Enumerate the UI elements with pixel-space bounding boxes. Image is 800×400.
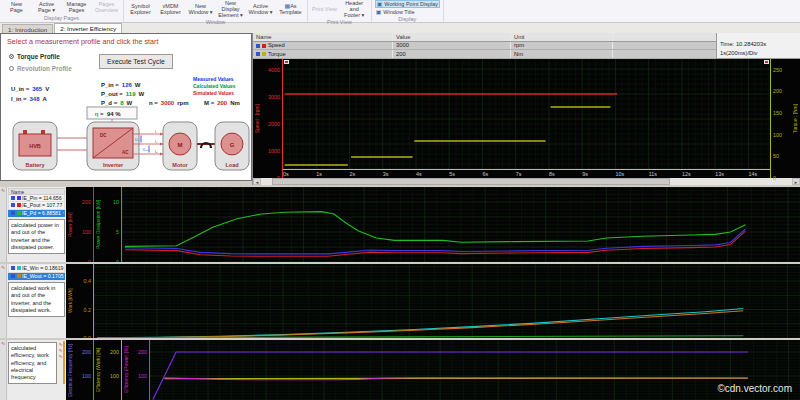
x-tick: 13s — [715, 171, 724, 177]
x-tick: 0s — [283, 171, 289, 177]
ribbon-button-label: Header and Footer ▾ — [344, 0, 364, 18]
load-label: Load — [225, 162, 238, 168]
x-tick: 5s — [449, 171, 455, 177]
power-legend: Name IE_Pin= 114.656∿IE_Pout= 107.77∿IE_… — [7, 187, 66, 262]
ribbon-button[interactable]: Pages Overview — [93, 1, 120, 13]
time-value: Time: 10.284203s — [720, 40, 797, 49]
ribbon-button[interactable]: New Display Element ▾ — [217, 0, 244, 18]
color-swatch — [17, 203, 21, 207]
watermark: ©cdn.vector.com — [717, 383, 792, 394]
work-row: ∿ IE_Win= 0.18619∿IE_Wout= 0.170515∿ cal… — [0, 262, 800, 338]
ribbon-button-label: Active Window ▾ — [249, 3, 273, 15]
axis-tick: 0.4 — [84, 278, 92, 284]
time-per-div: 1s(200ms)/Div — [720, 49, 797, 58]
x-tick: 10s — [615, 171, 624, 177]
row-handle[interactable]: ∿ — [0, 187, 7, 262]
horizontal-scrollbar[interactable]: ◄ ► — [253, 178, 800, 185]
x-tick: 8s — [549, 171, 555, 177]
legend-simulated-values: Simulated Values — [193, 90, 234, 96]
y-axis: Electrical Frequency [Hz]100200 — [66, 340, 94, 400]
x-tick: 11s — [649, 171, 657, 177]
legend-row[interactable]: IE_Wout= 0.170515∿ — [8, 273, 65, 281]
ribbon-button[interactable]: Active Window ▾ — [247, 3, 274, 15]
axis-title: Torque : [Nm] — [791, 59, 800, 178]
svg-text:U₁₂: U₁₂ — [135, 138, 141, 142]
y-axis: Power Dissipation [kW]0510 — [94, 187, 122, 262]
chart-plot-area[interactable] — [150, 340, 800, 400]
chart-plot-area[interactable] — [283, 59, 770, 169]
color-swatch — [17, 196, 21, 200]
scrollbar-thumb[interactable] — [272, 178, 670, 185]
efficiency-description: calculated efficiency, work efficiency, … — [8, 342, 57, 384]
ribbon-button[interactable]: New Page — [3, 1, 30, 13]
marker-icon — [284, 60, 289, 64]
y-axis: Work [kWh]0.00.20.4 — [66, 264, 94, 338]
ribbon-button[interactable]: ▦As Template — [277, 3, 304, 15]
axis-tick: 1000 — [268, 148, 280, 154]
legend-row[interactable]: IE_Pout= 107.77∿ — [8, 202, 65, 210]
axis-tick: 50 — [773, 153, 779, 159]
x-tick: 3s — [383, 171, 389, 177]
x-tick: 2s — [349, 171, 355, 177]
chart-plot-area[interactable] — [122, 187, 800, 262]
column-header: Value — [393, 33, 511, 41]
ribbon-button[interactable]: Header and Footer ▾ — [341, 0, 368, 18]
y-axis: Power [kW]0100200 — [66, 187, 94, 262]
x-tick: 12s — [682, 171, 691, 177]
ribbon-button[interactable]: New Window ▾ — [187, 3, 214, 15]
waveform-icon: ∿ — [64, 202, 65, 208]
ribbon-button-label: As Template — [279, 3, 301, 15]
radio-torque-profile[interactable]: Torque Profile — [9, 53, 60, 60]
ribbon-button[interactable]: Manage Pages — [63, 1, 90, 13]
signal-name: IE_Pin — [22, 195, 37, 201]
enabled-swatch — [11, 274, 15, 278]
axis-tick: 10 — [113, 199, 119, 205]
ribbon-button[interactable]: vMDM Explorer — [157, 3, 184, 15]
signal-value: = 114.656 — [39, 195, 62, 201]
svg-text:G: G — [230, 142, 235, 148]
ribbon-button[interactable]: Print View — [311, 6, 338, 12]
ribbon-button-label: Pages Overview — [95, 1, 118, 13]
ribbon-group-label: Print View — [311, 18, 368, 26]
measurement-p-in: P_in =126W — [101, 82, 141, 88]
eta-label: η = — [95, 111, 104, 117]
signal-value: = 107.77 — [42, 202, 62, 208]
table-row[interactable]: Torque200Nm — [253, 50, 716, 59]
svg-text:M: M — [178, 142, 183, 148]
radio-button-icon[interactable] — [9, 54, 14, 59]
eta-value: 94 % — [107, 111, 121, 117]
svg-text:HVB: HVB — [29, 143, 41, 149]
ribbon-button-label: New Page — [10, 1, 23, 13]
ribbon-button[interactable]: ▣Working Point Display — [375, 0, 440, 8]
tab-2[interactable]: 2: Inverter Efficiency — [54, 23, 122, 33]
enabled-swatch — [256, 44, 260, 48]
signal-name: IE_Pd — [22, 210, 36, 216]
marker-icon — [764, 60, 769, 64]
signal-name: IE_Pout — [22, 202, 40, 208]
table-row[interactable]: Speed3000rpm — [253, 42, 716, 51]
speed-torque-window: NameValueUnitSpeed3000rpmTorque200Nm Tim… — [252, 33, 800, 185]
tab-1[interactable]: 1: Introduction — [2, 24, 53, 33]
ribbon-button[interactable]: Symbol Explorer — [127, 3, 154, 15]
scroll-left-arrow[interactable]: ◄ — [253, 178, 261, 185]
color-swatch — [262, 52, 266, 56]
radio-button-icon[interactable] — [9, 66, 14, 71]
svg-text:AC: AC — [122, 150, 129, 155]
scroll-right-arrow[interactable]: ► — [792, 178, 800, 185]
inverter-label: Inverter — [103, 162, 124, 168]
tab-bar: 1: Introduction2: Inverter Efficiency — [0, 23, 800, 33]
ribbon-button[interactable]: Active Page ▾ — [33, 1, 60, 13]
chart-plot-area[interactable] — [94, 264, 800, 338]
legend-row[interactable]: IE_Pin= 114.656∿ — [8, 195, 65, 203]
signal-value: = 6.88581 — [38, 210, 61, 216]
collapsed-legend-scrollbar[interactable]: ∿ ∿ ∿ — [58, 341, 65, 384]
row-handle[interactable]: ∿ — [0, 264, 7, 338]
radio-revolution-profile[interactable]: Revolution Profile — [9, 65, 72, 72]
svg-text:DC: DC — [100, 133, 107, 138]
legend-measured-values: Measured Values — [193, 76, 234, 82]
x-tick: 6s — [482, 171, 488, 177]
legend-row[interactable]: IE_Win= 0.18619∿ — [8, 265, 65, 273]
legend-row[interactable]: IE_Pd= 6.88581∿ — [8, 210, 65, 218]
execute-test-cycle-button[interactable]: Execute Test Cycle — [99, 54, 173, 69]
row-handle[interactable]: ∿ — [0, 340, 7, 400]
